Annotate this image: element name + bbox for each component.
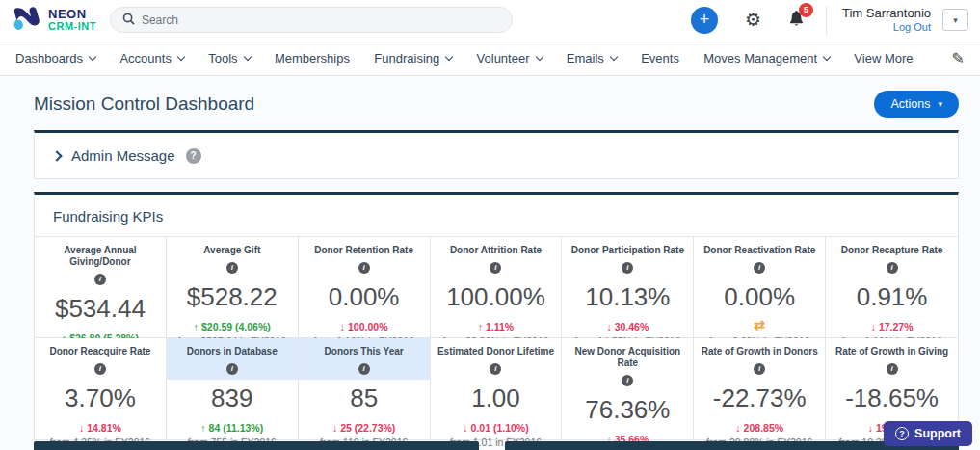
kpi-value: 3.70% xyxy=(65,384,136,413)
main-nav: DashboardsAccountsToolsMembershipsFundra… xyxy=(0,40,980,76)
nav-item-label: Dashboards xyxy=(15,51,83,66)
kpi-delta: ↓14.81% xyxy=(79,422,121,434)
kpi-delta: ↓30.46% xyxy=(606,321,649,332)
chevron-down-icon xyxy=(177,52,185,60)
kpi-value: $528.22 xyxy=(187,282,278,312)
info-icon[interactable]: i xyxy=(94,274,106,285)
search-icon xyxy=(122,12,135,29)
kpi-card: Donors This Yeari85↓25 (22.73%)from 110 … xyxy=(299,338,431,439)
kpi-card: Donors in Databasei839↑84 (11.13%)from 7… xyxy=(167,338,299,439)
kpi-card-header: Rate of Growth in Donorsi xyxy=(694,338,825,380)
kpi-title: Rate of Growth in Giving xyxy=(830,346,954,357)
nav-item-moves-management[interactable]: Moves Management xyxy=(703,51,830,66)
info-icon[interactable]: i xyxy=(490,363,501,375)
kpi-card: Rate of Growth in Donorsi-22.73%↓208.85%… xyxy=(694,338,826,439)
kpi-delta-text: 208.85% xyxy=(744,422,783,434)
edit-nav-pencil-icon[interactable]: ✎ xyxy=(952,49,965,67)
expand-chevron-right-icon[interactable] xyxy=(51,150,62,161)
user-menu[interactable]: Tim Sarrantonio Log Out xyxy=(842,6,931,35)
actions-button-label: Actions xyxy=(890,97,930,111)
info-icon[interactable]: i xyxy=(226,262,238,274)
info-icon[interactable]: i xyxy=(622,375,633,386)
kpi-panel-title: Fundraising KPIs xyxy=(35,195,958,236)
arrow-down-icon: ↓ xyxy=(463,422,467,434)
kpi-card: New Donor Acquisition Ratei76.36%↓35.66%… xyxy=(562,338,694,439)
kpi-delta: ↓25 (22.73%) xyxy=(332,422,395,434)
user-dropdown-button[interactable]: ▾ xyxy=(942,9,968,31)
kpi-title: Donor Recapture Rate xyxy=(830,245,954,256)
arrow-down-icon: ↓ xyxy=(871,321,876,332)
kpi-delta-text: 25 (22.73%) xyxy=(340,422,395,434)
kpi-card-header: New Donor Acquisition Ratei xyxy=(562,338,693,391)
topbar-actions: + ⚙ 5 Tim Sarrantonio Log Out ▾ xyxy=(691,6,968,35)
kpi-card-header: Donor Reactivation Ratei xyxy=(694,237,825,278)
nav-item-label: Emails xyxy=(567,51,604,66)
nav-item-fundraising[interactable]: Fundraising xyxy=(374,51,452,66)
kpi-title: Average Annual Giving/Donor xyxy=(39,245,162,268)
notifications-button[interactable]: 5 xyxy=(788,10,805,31)
kpi-value: 839 xyxy=(211,384,252,413)
chevron-down-icon xyxy=(89,52,96,60)
info-icon[interactable]: i xyxy=(358,262,370,274)
kpi-delta: ↑$20.59 (4.06%) xyxy=(194,321,271,332)
logo-line1: NEON xyxy=(48,8,96,21)
actions-button[interactable]: Actions ▾ xyxy=(874,91,959,118)
info-icon[interactable]: i xyxy=(754,262,765,274)
notification-count-badge: 5 xyxy=(799,3,813,17)
kpi-card: Donor Reacquire Ratei3.70%↓14.81%from 4.… xyxy=(35,338,167,439)
kpi-delta-text: 30.46% xyxy=(615,321,649,332)
kpi-card-header: Donor Retention Ratei xyxy=(299,237,430,278)
kpi-value: 76.36% xyxy=(585,395,670,425)
nav-item-label: Volunteer xyxy=(477,51,530,66)
kpi-card-header: Donor Recapture Ratei xyxy=(826,237,958,278)
kpi-title: Donor Attrition Rate xyxy=(435,245,558,256)
help-question-icon[interactable]: ? xyxy=(186,148,201,164)
arrow-down-icon: ↓ xyxy=(340,321,345,332)
nav-item-tools[interactable]: Tools xyxy=(208,51,250,66)
kpi-title: Donor Participation Rate xyxy=(566,245,689,256)
arrow-down-icon: ↓ xyxy=(868,422,873,434)
info-icon[interactable]: i xyxy=(226,363,238,375)
chevron-down-icon: ▾ xyxy=(938,99,942,109)
add-new-button[interactable]: + xyxy=(691,7,718,34)
nav-item-memberships[interactable]: Memberships xyxy=(275,51,350,66)
topbar-divider xyxy=(826,6,827,35)
kpi-card-header: Average Gifti xyxy=(167,237,298,278)
kpi-card-header: Donors This Yeari xyxy=(299,338,430,380)
kpi-card: Donor Retention Ratei0.00%↓100.00%from 1… xyxy=(299,237,431,338)
nav-item-dashboards[interactable]: Dashboards xyxy=(15,51,95,66)
nav-item-emails[interactable]: Emails xyxy=(567,51,617,66)
nav-item-volunteer[interactable]: Volunteer xyxy=(477,51,543,66)
global-search[interactable] xyxy=(110,7,513,33)
nav-item-events[interactable]: Events xyxy=(641,51,679,66)
nav-item-view-more[interactable]: View More xyxy=(854,51,913,66)
kpi-value: 85 xyxy=(350,384,378,413)
kpi-delta-text: 0.01 (1.10%) xyxy=(471,422,529,434)
kpi-value: 0.00% xyxy=(724,282,795,312)
nav-item-accounts[interactable]: Accounts xyxy=(119,51,183,66)
info-icon[interactable]: i xyxy=(887,262,898,274)
logout-link[interactable]: Log Out xyxy=(842,21,931,35)
neon-logo[interactable]: NEON CRM-INT xyxy=(12,5,96,36)
chevron-down-icon xyxy=(535,52,543,60)
nav-item-label: View More xyxy=(854,51,913,66)
arrow-down-icon: ↓ xyxy=(332,422,337,434)
kpi-value: 0.00% xyxy=(329,282,400,312)
info-icon[interactable]: i xyxy=(754,363,765,375)
kpi-value: 0.91% xyxy=(857,282,928,312)
kpi-delta: ↓100.00% xyxy=(340,321,388,332)
support-button[interactable]: ? Support xyxy=(884,421,972,446)
kpi-delta-text: 17.27% xyxy=(879,321,914,332)
info-icon[interactable]: i xyxy=(622,262,633,274)
settings-gear-icon[interactable]: ⚙ xyxy=(745,9,761,31)
info-icon[interactable]: i xyxy=(94,363,106,375)
info-icon[interactable]: i xyxy=(490,262,501,274)
nav-item-label: Tools xyxy=(208,51,237,66)
info-icon[interactable]: i xyxy=(887,363,898,375)
search-input[interactable] xyxy=(142,13,500,27)
nav-item-label: Accounts xyxy=(119,51,171,66)
kpi-card: Donor Reactivation Ratei0.00%⇄from 0.00%… xyxy=(694,237,826,338)
kpi-card: Estimated Donor Lifetimei1.00↓0.01 (1.10… xyxy=(431,338,563,439)
info-icon[interactable]: i xyxy=(358,363,370,375)
kpi-title: New Donor Acquisition Rate xyxy=(566,346,689,369)
